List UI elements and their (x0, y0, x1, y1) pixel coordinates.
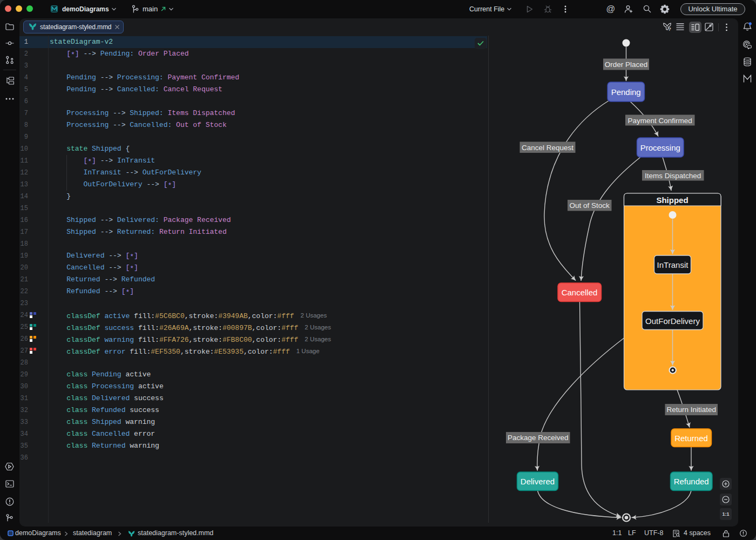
svg-text:Shipped: Shipped (656, 195, 688, 205)
svg-text:?: ? (668, 26, 671, 32)
svg-text:@: @ (606, 4, 616, 14)
svg-text:Package Received: Package Received (508, 434, 569, 442)
svg-text:Returned: Returned (674, 434, 708, 443)
svg-text:InTransit: InTransit (657, 260, 689, 269)
svg-text:Payment Confirmed: Payment Confirmed (628, 117, 692, 125)
svg-text:Return Initiated: Return Initiated (666, 406, 716, 414)
svg-text:Items Dispatched: Items Dispatched (645, 172, 701, 180)
svg-text:Out of Stock: Out of Stock (570, 201, 610, 210)
svg-text:Pending: Pending (611, 87, 641, 97)
svg-text:Delivered: Delivered (521, 477, 555, 486)
svg-text:Cancel Request: Cancel Request (522, 144, 573, 152)
svg-text:OutForDelivery: OutForDelivery (645, 316, 700, 326)
svg-text:Processing: Processing (640, 143, 680, 152)
svg-text:Cancelled: Cancelled (562, 288, 598, 297)
svg-text:Refunded: Refunded (674, 477, 709, 486)
svg-text:Order Placed: Order Placed (605, 60, 648, 69)
